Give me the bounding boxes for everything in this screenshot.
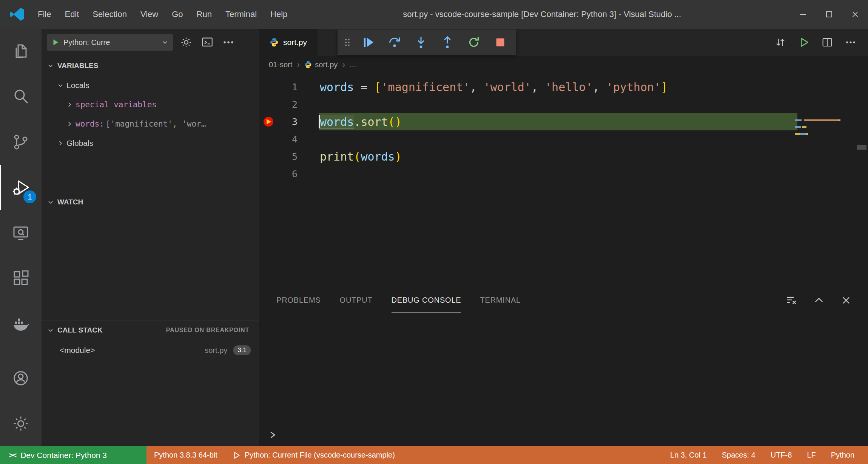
code-token: =: [354, 80, 374, 94]
watch-section-header[interactable]: WATCH: [42, 192, 259, 212]
open-debug-console-button[interactable]: [199, 34, 215, 50]
activity-explorer[interactable]: [0, 29, 42, 74]
breadcrumb-label: ...: [350, 60, 356, 69]
variables-section-header[interactable]: VARIABLES: [42, 56, 259, 76]
menu-terminal[interactable]: Terminal: [219, 0, 264, 29]
code-line[interactable]: 1words = ['magnificent', 'world', 'hello…: [259, 78, 868, 96]
activity-settings[interactable]: [0, 401, 42, 446]
code-line[interactable]: 3words.sort(): [259, 113, 868, 130]
code-line[interactable]: 2: [259, 96, 868, 113]
breadcrumb-item[interactable]: ...: [350, 60, 356, 69]
python-interpreter-item[interactable]: Python 3.8.3 64-bit: [146, 446, 225, 464]
breadcrumb-item[interactable]: 01-sort: [269, 60, 292, 69]
maximize-panel-button[interactable]: [813, 294, 825, 306]
line-number: 2: [278, 99, 298, 110]
activity-extensions[interactable]: [0, 255, 42, 301]
debug-config-dropdown[interactable]: Python: Curre: [47, 34, 173, 51]
run-config-item[interactable]: Python: Current File (vscode-course-samp…: [225, 446, 402, 464]
minimap[interactable]: [795, 119, 851, 153]
code-line[interactable]: 6: [259, 165, 868, 183]
call-stack-frames: <module>sort.py3:1: [42, 340, 259, 360]
panel-tab-terminal[interactable]: TERMINAL: [480, 288, 521, 312]
encoding-item[interactable]: UTF-8: [763, 446, 800, 464]
variables-row[interactable]: Locals: [42, 76, 259, 95]
maximize-button[interactable]: [816, 0, 842, 29]
split-editor-button[interactable]: [821, 36, 833, 48]
line-col-item[interactable]: Ln 3, Col 1: [663, 446, 714, 464]
chevron-right-icon: [56, 139, 65, 148]
remote-indicator[interactable]: >< Dev Container: Python 3: [0, 446, 146, 464]
menu-run[interactable]: Run: [190, 0, 219, 29]
call-stack-section-header[interactable]: CALL STACK PAUSED ON BREAKPOINT: [42, 320, 259, 340]
code-token: 'world': [484, 80, 531, 94]
breakpoint-icon: [264, 117, 273, 127]
remote-icon: ><: [9, 451, 16, 459]
clear-console-button[interactable]: [786, 294, 798, 306]
variables-row[interactable]: special variables: [42, 95, 259, 114]
chevron-right-icon: [65, 119, 74, 128]
code-line[interactable]: 4: [259, 130, 868, 148]
remote-label: Dev Container: Python 3: [20, 451, 107, 460]
eol-item[interactable]: LF: [799, 446, 823, 464]
stop-button[interactable]: [487, 31, 513, 54]
code-token: ,: [593, 80, 606, 94]
frame-file: sort.py: [205, 346, 227, 355]
call-stack-frame[interactable]: <module>sort.py3:1: [42, 340, 259, 360]
code-editor[interactable]: 1words = ['magnificent', 'world', 'hello…: [259, 73, 868, 183]
breadcrumb-item[interactable]: sort.py: [304, 60, 338, 69]
step-into-button[interactable]: [408, 31, 434, 54]
minimize-button[interactable]: [790, 0, 816, 29]
scrollbar-thumb[interactable]: [857, 145, 866, 150]
open-changes-button[interactable]: [774, 36, 786, 48]
close-panel-button[interactable]: [840, 294, 852, 306]
debug-restart-icon: [467, 36, 481, 49]
ellipsis-icon: [222, 36, 235, 49]
language-item[interactable]: Python: [823, 446, 862, 464]
panel-tab-debug-console[interactable]: DEBUG CONSOLE: [392, 288, 461, 312]
panel-tab-output[interactable]: OUTPUT: [340, 288, 373, 312]
start-debug-button[interactable]: [51, 38, 60, 46]
gutter-glyph-margin[interactable]: [259, 117, 278, 127]
open-launch-config-button[interactable]: [178, 34, 194, 50]
code-token: 'hello': [545, 80, 592, 94]
vscode-logo-icon: [9, 6, 25, 22]
line-number: 4: [278, 134, 298, 145]
activity-remote-explorer[interactable]: [0, 210, 42, 255]
debug-console-input[interactable]: [259, 427, 868, 443]
run-python-file-button[interactable]: [798, 36, 810, 48]
activity-run-debug[interactable]: 1: [0, 165, 42, 210]
activity-source-control[interactable]: [0, 119, 42, 165]
menu-file[interactable]: File: [31, 0, 58, 29]
activity-docker[interactable]: [0, 301, 42, 346]
close-button[interactable]: [842, 0, 868, 29]
menu-view[interactable]: View: [134, 0, 165, 29]
python-icon: [270, 38, 279, 47]
menu-help[interactable]: Help: [264, 0, 294, 29]
step-over-button[interactable]: [381, 31, 408, 54]
activity-search[interactable]: [0, 74, 42, 119]
debug-toolbar-drag-handle[interactable]: [340, 31, 355, 54]
code-line[interactable]: 5print(words): [259, 148, 868, 165]
menu-selection[interactable]: Selection: [86, 0, 134, 29]
continue-button[interactable]: [355, 31, 381, 54]
restart-button[interactable]: [461, 31, 487, 54]
step-out-button[interactable]: [434, 31, 461, 54]
editor-tab-bar: sort.py: [259, 29, 868, 56]
search-icon: [12, 88, 30, 106]
debug-more-actions-button[interactable]: [220, 34, 236, 50]
panel-tab-problems[interactable]: PROBLEMS: [276, 288, 321, 312]
panel-tab-bar: PROBLEMSOUTPUTDEBUG CONSOLETERMINAL: [259, 288, 868, 312]
call-stack-section: CALL STACK PAUSED ON BREAKPOINT <module>…: [42, 320, 259, 360]
editor-more-actions-button[interactable]: [845, 36, 857, 48]
menu-go[interactable]: Go: [165, 0, 190, 29]
tab-label: sort.py: [283, 38, 307, 47]
debug-sidebar: Python: Curre VARIABLES Localsspecial va…: [42, 29, 259, 446]
indentation-item[interactable]: Spaces: 4: [714, 446, 763, 464]
panel-tabs-list: PROBLEMSOUTPUTDEBUG CONSOLETERMINAL: [276, 288, 521, 312]
menu-edit[interactable]: Edit: [58, 0, 86, 29]
tab-sort-py[interactable]: sort.py: [259, 29, 318, 56]
activity-accounts[interactable]: [0, 356, 42, 401]
variables-row[interactable]: Globals: [42, 133, 259, 153]
call-stack-section-title: CALL STACK: [57, 326, 103, 334]
variables-row[interactable]: words: ['magnificent', 'wor…: [42, 114, 259, 133]
